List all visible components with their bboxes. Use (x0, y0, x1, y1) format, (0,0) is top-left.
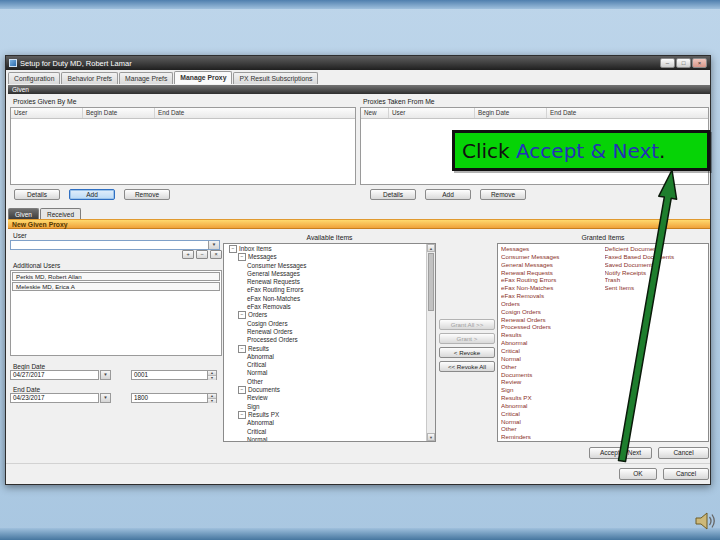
audio-icon[interactable] (695, 511, 717, 531)
granted-item[interactable]: Documents (501, 371, 605, 379)
end-time-input[interactable]: 1800 ▲ ▼ (131, 393, 217, 403)
proxy-action-button[interactable]: Add (69, 189, 115, 200)
accept-next-button[interactable]: Accept & Next (589, 447, 652, 459)
tree-item[interactable]: eFax Non-Matches (226, 295, 425, 303)
user-combo[interactable]: ▼ (10, 240, 220, 250)
granted-item[interactable]: Other (501, 425, 605, 433)
tab[interactable]: PX Result Subscriptions (233, 72, 318, 84)
tree-item[interactable]: Orders (226, 311, 425, 319)
spin-down-button[interactable]: ▼ (208, 399, 216, 403)
granted-item[interactable]: Cosign Orders (501, 308, 605, 316)
scroll-up-button[interactable]: ▲ (427, 244, 435, 252)
tree-item[interactable]: Cosign Orders (226, 320, 425, 328)
granted-item[interactable]: General Messages (501, 261, 605, 269)
tree-item[interactable]: Normal (226, 369, 425, 377)
tree-item[interactable]: Abnormal (226, 353, 425, 361)
tree-item[interactable]: Messages (226, 253, 425, 261)
tree-item[interactable]: Results PX (226, 411, 425, 419)
tree-item[interactable]: Results (226, 345, 425, 353)
granted-item[interactable]: Notify Receipts (605, 269, 709, 277)
granted-item[interactable]: eFax Removals (501, 292, 605, 300)
granted-item[interactable]: Review (501, 378, 605, 386)
transfer-button[interactable]: Grant All >> (439, 319, 495, 330)
proxy-action-button[interactable]: Remove (124, 189, 170, 200)
granted-item[interactable]: eFax Non-Matches (501, 284, 605, 292)
tree-item[interactable]: Abnormal (226, 419, 425, 427)
tree-item[interactable]: Renewal Orders (226, 328, 425, 336)
granted-item[interactable]: Normal (501, 355, 605, 363)
proxy-action-button[interactable]: Details (370, 189, 416, 200)
granted-item[interactable]: Deficient Documents (605, 245, 709, 253)
granted-item[interactable]: Abnormal (501, 402, 605, 410)
granted-item[interactable]: Consumer Messages (501, 253, 605, 261)
granted-item[interactable]: eFax Routing Errors (501, 276, 605, 284)
tree-item[interactable]: Critical (226, 428, 425, 436)
additional-user-item[interactable]: Perkis MD, Robert Allan (12, 272, 220, 281)
granted-item[interactable]: Abnormal (501, 339, 605, 347)
maximize-button[interactable]: □ (676, 58, 691, 68)
granted-item[interactable]: Results PX (501, 394, 605, 402)
scrollbar-thumb[interactable] (428, 253, 434, 311)
tab[interactable]: Configuration (8, 72, 60, 84)
minimize-button[interactable]: – (660, 58, 675, 68)
column-header[interactable]: User (389, 108, 475, 118)
column-header[interactable]: Begin Date (475, 108, 547, 118)
transfer-button[interactable]: << Revoke All (439, 361, 495, 372)
spin-down-button[interactable]: ▼ (208, 376, 216, 380)
tree-item[interactable]: Inbox Items (226, 245, 425, 253)
begin-time-input[interactable]: 0001 ▲ ▼ (131, 370, 217, 380)
tree-item[interactable]: eFax Routing Errors (226, 286, 425, 294)
granted-item[interactable]: Critical (501, 410, 605, 418)
column-header[interactable]: End Date (547, 108, 708, 118)
tree-item[interactable]: Review (226, 394, 425, 402)
tree-item[interactable]: Documents (226, 386, 425, 394)
tree-item[interactable]: Consumer Messages (226, 262, 425, 270)
additional-user-item[interactable]: Meleskie MD, Erica A (12, 282, 220, 291)
granted-item[interactable]: Messages (501, 245, 605, 253)
tree-item[interactable]: General Messages (226, 270, 425, 278)
proxy-action-button[interactable]: Details (14, 189, 60, 200)
user-tool-button[interactable]: + (182, 250, 194, 259)
granted-item[interactable]: Results (501, 331, 605, 339)
close-button[interactable]: × (692, 58, 707, 68)
tree-item[interactable]: Renewal Requests (226, 278, 425, 286)
granted-item[interactable]: Orders (501, 300, 605, 308)
end-date-dropdown-button[interactable]: ▼ (100, 393, 111, 403)
begin-date-dropdown-button[interactable]: ▼ (100, 370, 111, 380)
transfer-button[interactable]: Grant > (439, 333, 495, 344)
tree-item[interactable]: Normal (226, 436, 425, 441)
tree-item[interactable]: Critical (226, 361, 425, 369)
tab[interactable]: Behavior Prefs (61, 72, 118, 84)
scroll-down-button[interactable]: ▼ (427, 433, 435, 441)
granted-item[interactable]: Renewal Requests (501, 269, 605, 277)
chevron-down-icon[interactable]: ▼ (208, 241, 219, 249)
tab[interactable]: Manage Prefs (119, 72, 173, 84)
tree-item[interactable]: Processed Orders (226, 336, 425, 344)
granted-item[interactable]: Other (501, 363, 605, 371)
column-header[interactable]: Begin Date (83, 108, 155, 118)
granted-item[interactable]: Critical (501, 347, 605, 355)
granted-item[interactable]: Faxed Based Documents (605, 253, 709, 261)
granted-item[interactable]: Saved Documents (605, 261, 709, 269)
tree-item[interactable]: eFax Removals (226, 303, 425, 311)
user-tool-button[interactable]: × (210, 250, 222, 259)
granted-item[interactable]: Normal (501, 418, 605, 426)
granted-item[interactable]: Sent Items (605, 284, 709, 292)
tree-item[interactable]: Other (226, 378, 425, 386)
proxy-action-button[interactable]: Remove (480, 189, 526, 200)
tab[interactable]: Manage Proxy (174, 71, 232, 84)
column-header[interactable]: User (11, 108, 83, 118)
end-date-input[interactable]: 04/23/2017 (10, 393, 99, 403)
proxy-action-button[interactable]: Add (425, 189, 471, 200)
granted-item[interactable]: Renewal Orders (501, 316, 605, 324)
footer-cancel-button[interactable]: Cancel (663, 468, 709, 480)
granted-item[interactable]: Reminders (501, 433, 605, 441)
granted-item[interactable]: Processed Orders (501, 323, 605, 331)
column-header[interactable]: New (361, 108, 389, 118)
transfer-button[interactable]: < Revoke (439, 347, 495, 358)
granted-item[interactable]: Sign (501, 386, 605, 394)
tree-item[interactable]: Sign (226, 403, 425, 411)
cancel-button[interactable]: Cancel (658, 447, 709, 459)
column-header[interactable]: End Date (155, 108, 355, 118)
begin-date-input[interactable]: 04/27/2017 (10, 370, 99, 380)
